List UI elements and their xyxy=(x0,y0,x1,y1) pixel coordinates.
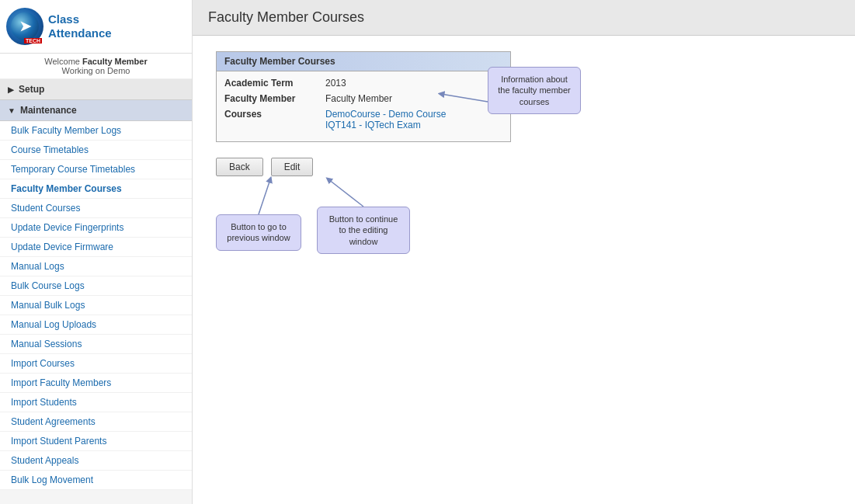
app-logo: ➤ TECH xyxy=(6,8,43,45)
sidebar-item-bulk-faculty-member-logs[interactable]: Bulk Faculty Member Logs xyxy=(0,121,192,141)
courses-row: Courses DemoCourse - Demo Course IQT141 … xyxy=(224,109,502,130)
sidebar-item-temporary-course-timetables[interactable]: Temporary Course Timetables xyxy=(0,160,192,179)
academic-term-value: 2013 xyxy=(325,78,346,89)
sidebar-item-import-students[interactable]: Import Students xyxy=(0,393,192,412)
callout-info: Information about the faculty member cou… xyxy=(488,67,581,114)
courses-values: DemoCourse - Demo Course IQT141 - IQTech… xyxy=(325,109,446,130)
sidebar-item-bulk-log-movement[interactable]: Bulk Log Movement xyxy=(0,471,192,490)
maintenance-section: ▼ Maintenance xyxy=(0,100,192,121)
main-content: Faculty Member Courses Faculty Member Co… xyxy=(193,0,855,504)
info-box-body: Academic Term 2013 Faculty Member Facult… xyxy=(217,71,510,141)
sidebar-item-student-courses[interactable]: Student Courses xyxy=(0,199,192,218)
content-area: Faculty Member Courses Academic Term 201… xyxy=(193,36,855,207)
faculty-member-label: Faculty Member xyxy=(224,93,325,104)
sidebar-item-import-faculty-members[interactable]: Import Faculty Members xyxy=(0,374,192,393)
setup-arrow-icon: ▶ xyxy=(8,85,14,94)
svg-line-2 xyxy=(328,179,363,207)
sidebar-item-manual-bulk-logs[interactable]: Manual Bulk Logs xyxy=(0,296,192,315)
action-buttons: Back Edit xyxy=(216,158,832,176)
course1-link[interactable]: DemoCourse - Demo Course xyxy=(325,109,446,120)
sidebar-item-course-timetables[interactable]: Course Timetables xyxy=(0,141,192,160)
setup-section-header[interactable]: ▶ Setup xyxy=(0,79,192,99)
logo-arrow-icon: ➤ xyxy=(19,18,31,35)
page-title: Faculty Member Courses xyxy=(208,9,839,26)
info-box-title: Faculty Member Courses xyxy=(217,52,510,71)
sidebar-item-manual-sessions[interactable]: Manual Sessions xyxy=(0,335,192,354)
courses-label: Courses xyxy=(224,109,325,120)
academic-term-row: Academic Term 2013 xyxy=(224,78,502,89)
sidebar-item-bulk-course-logs[interactable]: Bulk Course Logs xyxy=(0,276,192,296)
sidebar: ➤ TECH Class Attendance Welcome Faculty … xyxy=(0,0,193,504)
maintenance-label: Maintenance xyxy=(20,105,77,116)
app-title: Class Attendance xyxy=(48,12,112,40)
maintenance-links: Bulk Faculty Member LogsCourse Timetable… xyxy=(0,121,192,490)
setup-label: Setup xyxy=(19,84,44,95)
svg-line-1 xyxy=(259,179,270,214)
edit-button[interactable]: Edit xyxy=(271,158,314,176)
back-button[interactable]: Back xyxy=(216,158,263,176)
academic-term-label: Academic Term xyxy=(224,78,325,89)
sidebar-item-update-device-firmware[interactable]: Update Device Firmware xyxy=(0,238,192,257)
sidebar-item-faculty-member-courses[interactable]: Faculty Member Courses xyxy=(0,179,192,199)
callout-edit: Button to continue to the editing window xyxy=(317,207,410,254)
setup-section: ▶ Setup xyxy=(0,79,192,100)
sidebar-item-manual-log-uploads[interactable]: Manual Log Uploads xyxy=(0,315,192,335)
welcome-text: Welcome Faculty Member Working on Demo xyxy=(0,54,192,79)
sidebar-item-student-appeals[interactable]: Student Appeals xyxy=(0,451,192,471)
maintenance-arrow-icon: ▼ xyxy=(8,106,16,115)
logo-tech-label: TECH xyxy=(24,38,42,43)
app-header: ➤ TECH Class Attendance xyxy=(0,0,192,54)
sidebar-item-import-courses[interactable]: Import Courses xyxy=(0,354,192,374)
app-title-attendance: Attendance xyxy=(48,26,112,40)
maintenance-section-header[interactable]: ▼ Maintenance xyxy=(0,100,192,120)
app-title-class: Class xyxy=(48,12,112,26)
faculty-member-name: Faculty Member xyxy=(82,57,148,66)
sidebar-item-import-student-parents[interactable]: Import Student Parents xyxy=(0,432,192,451)
callout-back: Button to go to previous window xyxy=(216,214,301,251)
page-title-bar: Faculty Member Courses xyxy=(193,0,855,36)
course2-link[interactable]: IQT141 - IQTech Exam xyxy=(325,120,446,130)
faculty-member-row: Faculty Member Faculty Member xyxy=(224,93,502,104)
faculty-member-value: Faculty Member xyxy=(325,93,392,104)
sidebar-item-update-device-fingerprints[interactable]: Update Device Fingerprints xyxy=(0,218,192,238)
sidebar-item-student-agreements[interactable]: Student Agreements xyxy=(0,412,192,432)
sidebar-item-manual-logs[interactable]: Manual Logs xyxy=(0,257,192,276)
faculty-courses-info-box: Faculty Member Courses Academic Term 201… xyxy=(216,51,511,142)
